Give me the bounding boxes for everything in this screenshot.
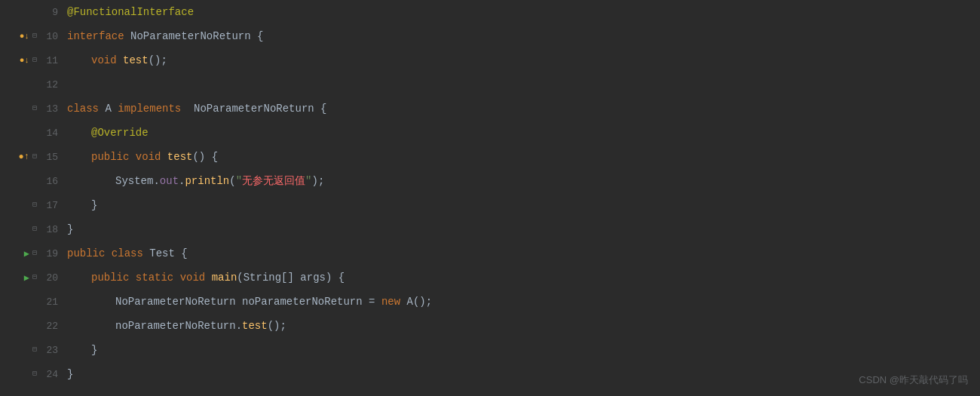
fold-icon[interactable] (32, 57, 37, 64)
code-line: 18} (0, 217, 980, 241)
code-line: 21NoParameterNoReturn noParameterNoRetur… (0, 290, 980, 314)
line-content: NoParameterNoReturn noParameterNoReturn … (64, 290, 980, 314)
line-number: 19 (40, 248, 58, 259)
code-lines: 9@FunctionalInterface●↓10interface NoPar… (0, 0, 980, 386)
bookmark-icon: ●↓ (20, 56, 29, 65)
line-number: 17 (40, 200, 58, 211)
line-number: 21 (40, 296, 58, 308)
code-line: ▶20public static void main(String[] args… (0, 266, 980, 290)
line-gutter: ●↓10 (0, 31, 64, 42)
fold-icon[interactable] (32, 274, 37, 281)
code-line: ●↓11void test(); (0, 48, 980, 72)
line-number: 23 (40, 345, 58, 356)
line-content: void test(); (64, 48, 980, 72)
fold-icon[interactable] (32, 346, 37, 354)
line-gutter: ▶20 (0, 272, 64, 284)
line-content (64, 72, 980, 97)
fold-icon[interactable] (32, 105, 37, 112)
line-number: 12 (40, 79, 58, 91)
line-gutter: 12 (0, 79, 64, 91)
line-gutter: 16 (0, 176, 64, 187)
line-number: 20 (40, 272, 58, 284)
line-content: class A implements NoParameterNoReturn { (64, 97, 980, 121)
line-content: System.out.println("无参无返回值"); (64, 169, 980, 193)
line-gutter: 14 (0, 127, 64, 139)
code-line: ●↑15public void test() { (0, 145, 980, 169)
code-line: 9@FunctionalInterface (0, 0, 980, 24)
code-editor: 9@FunctionalInterface●↓10interface NoPar… (0, 0, 980, 396)
line-content: noParameterNoReturn.test(); (64, 314, 980, 338)
run-icon[interactable]: ●↑ (19, 152, 29, 162)
fold-icon[interactable] (32, 153, 37, 161)
line-number: 22 (40, 321, 58, 332)
line-gutter: 21 (0, 296, 64, 308)
line-gutter: 22 (0, 321, 64, 332)
line-gutter: 9 (0, 7, 64, 18)
line-content: } (64, 338, 980, 362)
line-content: public class Test { (64, 241, 980, 266)
line-gutter: ●↑15 (0, 152, 64, 163)
line-content: } (64, 193, 980, 217)
line-number: 9 (40, 7, 58, 18)
code-line: 23} (0, 338, 980, 362)
fold-icon[interactable] (32, 370, 37, 378)
code-line: 13class A implements NoParameterNoReturn… (0, 97, 980, 121)
line-content: } (64, 217, 980, 241)
code-line: 24} (0, 362, 980, 386)
line-number: 10 (40, 31, 58, 42)
line-number: 14 (40, 127, 58, 139)
line-number: 16 (40, 176, 58, 187)
run-icon[interactable]: ▶ (24, 272, 29, 284)
code-line: 22noParameterNoReturn.test(); (0, 314, 980, 338)
line-number: 13 (40, 103, 58, 115)
bookmark-icon: ●↓ (20, 32, 29, 41)
run-icon[interactable]: ▶ (24, 248, 29, 259)
line-gutter: ▶19 (0, 248, 64, 259)
line-content: @FunctionalInterface (64, 0, 980, 24)
line-gutter: 13 (0, 103, 64, 115)
fold-icon[interactable] (32, 250, 37, 257)
code-line: 14@Override (0, 121, 980, 145)
line-number: 18 (40, 224, 58, 235)
fold-icon[interactable] (32, 226, 37, 233)
line-gutter: ●↓11 (0, 55, 64, 66)
line-number: 11 (40, 55, 58, 66)
line-gutter: 23 (0, 345, 64, 356)
fold-icon[interactable] (32, 32, 37, 40)
code-line: 17} (0, 193, 980, 217)
line-content: @Override (64, 121, 980, 145)
watermark: CSDN @昨天敲代码了吗 (859, 373, 968, 387)
line-gutter: 18 (0, 224, 64, 235)
code-line: ▶19public class Test { (0, 241, 980, 266)
line-content: public static void main(String[] args) { (64, 266, 980, 290)
fold-icon[interactable] (32, 201, 37, 209)
line-gutter: 24 (0, 369, 64, 380)
line-content: } (64, 362, 980, 386)
line-number: 24 (40, 369, 58, 380)
line-number: 15 (40, 152, 58, 163)
code-line: 16System.out.println("无参无返回值"); (0, 169, 980, 193)
line-gutter: 17 (0, 200, 64, 211)
line-content: interface NoParameterNoReturn { (64, 24, 980, 48)
code-line: ●↓10interface NoParameterNoReturn { (0, 24, 980, 48)
line-content: public void test() { (64, 145, 980, 169)
code-line: 12 (0, 72, 980, 97)
